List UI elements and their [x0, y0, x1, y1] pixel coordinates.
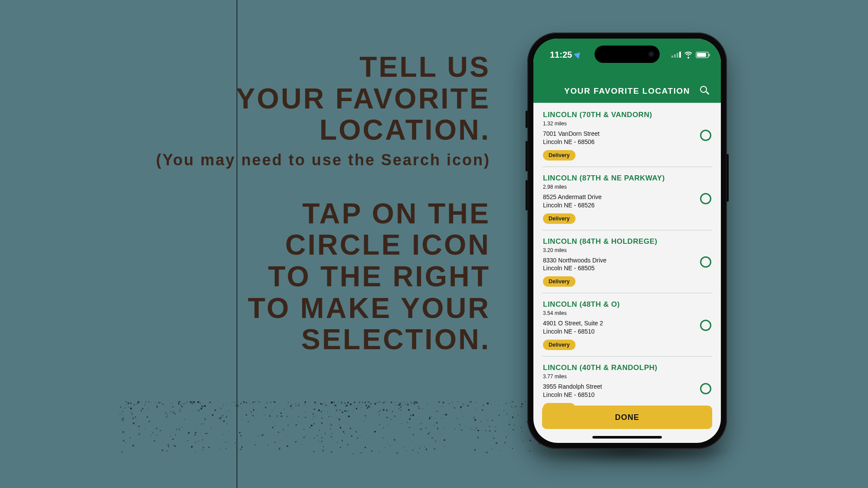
location-row[interactable]: LINCOLN (70TH & VANDORN)1.32 miles7001 V…: [542, 103, 712, 167]
location-row[interactable]: LINCOLN (84TH & HOLDREGE)3.20 miles8330 …: [542, 230, 712, 294]
location-distance: 2.98 miles: [543, 184, 694, 190]
location-name: LINCOLN (70TH & VANDORN): [543, 111, 694, 119]
wifi-icon: [684, 52, 693, 58]
phone-mockup: 11:25 YOUR FAVORITE LOCATION LINCOLN (70…: [527, 33, 727, 449]
location-name: LINCOLN (40TH & RANDOLPH): [543, 364, 694, 372]
camera-icon: [648, 51, 654, 57]
dynamic-island: [595, 46, 660, 63]
location-name: LINCOLN (84TH & HOLDREGE): [543, 237, 694, 246]
location-list[interactable]: LINCOLN (70TH & VANDORN)1.32 miles7001 V…: [533, 103, 721, 443]
search-icon: [700, 86, 707, 93]
delivery-badge: Delivery: [543, 276, 575, 287]
delivery-badge: Delivery: [543, 213, 575, 224]
location-address: 3955 Randolph StreetLincoln NE - 68510: [543, 383, 694, 399]
select-radio[interactable]: [700, 193, 711, 204]
location-name: LINCOLN (87TH & NE PARKWAY): [543, 174, 694, 183]
instruction-sub: (You may need to use the Search icon): [0, 151, 490, 169]
instruction-line: Tell us: [0, 51, 490, 83]
select-radio[interactable]: [700, 383, 711, 394]
done-button[interactable]: DONE: [542, 406, 712, 429]
search-button[interactable]: [700, 86, 710, 96]
location-distance: 3.54 miles: [543, 310, 694, 316]
instruction-line: Tap on the: [0, 198, 490, 229]
location-row[interactable]: LINCOLN (48TH & O)3.54 miles4901 O Stree…: [542, 293, 712, 357]
page-title: YOUR FAVORITE LOCATION: [564, 86, 690, 96]
location-address: 8330 Northwoods DriveLincoln NE - 68505: [543, 256, 694, 273]
location-distance: 3.77 miles: [543, 373, 694, 380]
location-distance: 1.32 miles: [543, 121, 694, 127]
phone-side-button: [526, 111, 528, 128]
cellular-icon: [671, 52, 681, 58]
instruction-line: location.: [0, 114, 490, 146]
battery-icon: [696, 52, 709, 58]
instruction-block: Tell us your favorite location. (You may…: [0, 51, 490, 355]
phone-side-button: [526, 141, 528, 171]
instruction-line: selection.: [0, 324, 490, 355]
location-arrow-icon: [574, 50, 583, 59]
instruction-line: to make your: [0, 292, 490, 324]
status-time: 11:25: [550, 50, 572, 60]
location-distance: 3.20 miles: [543, 247, 694, 253]
phone-side-button: [526, 180, 528, 210]
grunge-texture: [119, 397, 562, 458]
instruction-line: to the right: [0, 261, 490, 292]
select-radio[interactable]: [700, 320, 711, 331]
select-radio[interactable]: [700, 130, 711, 141]
delivery-badge: Delivery: [543, 150, 575, 160]
location-row[interactable]: LINCOLN (87TH & NE PARKWAY)2.98 miles852…: [542, 167, 712, 230]
home-indicator: [592, 436, 662, 439]
instruction-line: circle icon: [0, 229, 490, 261]
instruction-line: your favorite: [0, 83, 490, 115]
location-address: 8525 Andermatt DriveLincoln NE - 68526: [543, 193, 694, 210]
delivery-badge: Delivery: [543, 340, 575, 350]
select-radio[interactable]: [700, 256, 711, 268]
phone-screen: 11:25 YOUR FAVORITE LOCATION LINCOLN (70…: [533, 39, 721, 443]
location-address: 4901 O Street, Suite 2Lincoln NE - 68510: [543, 319, 694, 336]
phone-side-button: [727, 154, 729, 202]
location-address: 7001 VanDorn StreetLincoln NE - 68506: [543, 130, 694, 146]
location-name: LINCOLN (48TH & O): [543, 300, 694, 309]
